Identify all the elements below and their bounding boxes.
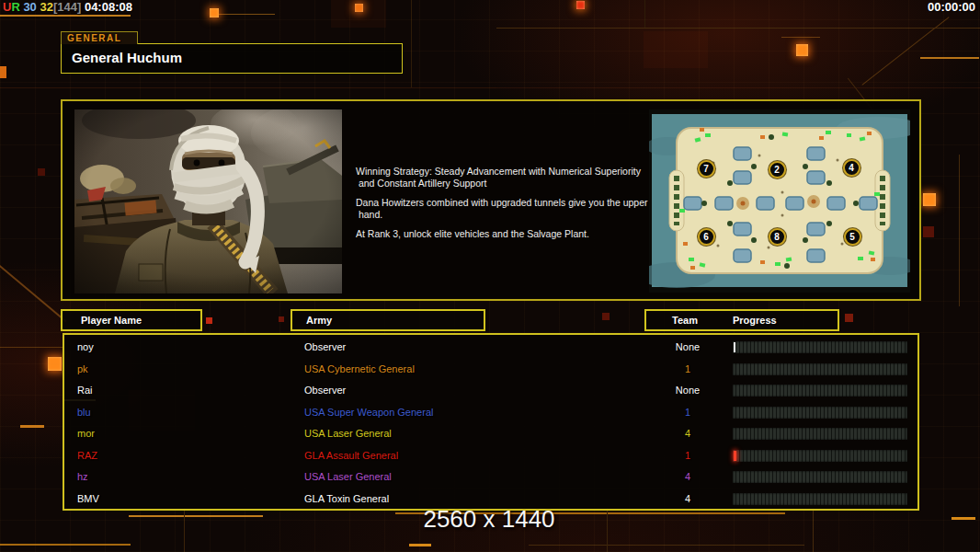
army-cell: GLA Assault General	[304, 445, 398, 467]
progress-bar	[733, 341, 907, 353]
resolution-label: 2560 x 1440	[379, 505, 599, 534]
circuit-line	[952, 517, 975, 520]
table-row: hzUSA Laser General4	[64, 466, 917, 489]
glow-square	[845, 314, 853, 322]
map-preview: 724685	[649, 109, 910, 293]
team-cell: None	[625, 337, 750, 359]
gentool-status-segment: R	[11, 0, 19, 14]
strategy-line: Dana Howitzers combined with upgraded tu…	[356, 197, 659, 209]
army-cell: USA Laser General	[304, 423, 392, 445]
circuit-line	[813, 508, 814, 552]
army-cell: USA Cybernetic General	[304, 359, 415, 381]
player-name-cell: noy	[77, 337, 94, 359]
circuit-line	[331, 0, 386, 28]
player-name-cell: mor	[77, 423, 95, 445]
team-cell: 4	[625, 466, 750, 489]
player-name-cell: hz	[77, 466, 88, 489]
progress-bar	[733, 471, 907, 483]
gentool-status: UR 30 32[144] 04:08:08	[3, 0, 132, 14]
circuit-line	[496, 28, 980, 29]
table-row: morUSA Laser General4	[64, 423, 917, 445]
player-table-body: noyObserverNonepkUSA Cybernetic General1…	[63, 333, 919, 511]
header-player-name-label: Player Name	[81, 315, 142, 326]
gentool-status-segment: U	[3, 0, 11, 14]
circuit-line	[0, 347, 64, 348]
glow-square	[38, 168, 45, 176]
general-info-panel: Winning Strategy: Steady Advancement wit…	[61, 99, 921, 301]
map-preview-image	[649, 109, 910, 293]
circuit-line	[0, 265, 67, 323]
header-team-label: Team	[672, 315, 698, 326]
progress-bar	[733, 450, 907, 462]
progress-bar	[733, 363, 907, 375]
gentool-status-segment: [144]	[53, 0, 81, 14]
progress-bar	[733, 407, 907, 419]
glow-square	[48, 357, 62, 371]
strategy-line: Winning Strategy: Steady Advancement wit…	[356, 166, 659, 178]
glow-square	[796, 44, 808, 56]
circuit-line	[0, 544, 131, 546]
circuit-line	[214, 14, 275, 15]
circuit-line	[607, 508, 608, 552]
start-position-number: 5	[849, 232, 855, 242]
team-cell: 1	[625, 445, 750, 467]
start-position-number: 4	[849, 163, 854, 173]
circuit-line	[644, 31, 708, 68]
table-row: noyObserverNone	[64, 337, 917, 359]
start-position-marker: 8	[769, 228, 786, 246]
progress-bar	[733, 493, 907, 505]
circuit-line	[0, 15, 131, 17]
strategy-line-spacer	[356, 221, 659, 228]
progress-bar	[733, 385, 907, 397]
glow-square	[279, 316, 284, 322]
army-cell: USA Super Weapon General	[304, 402, 433, 424]
circuit-line	[184, 508, 185, 552]
circuit-line	[0, 87, 496, 88]
circuit-line	[529, 545, 804, 546]
start-position-marker: 5	[844, 228, 861, 246]
player-name-cell: pk	[77, 359, 88, 381]
glow-square	[206, 317, 212, 324]
table-row: bluUSA Super Weapon General1	[64, 402, 917, 424]
player-name-cell: RAZ	[77, 445, 97, 467]
circuit-line	[496, 87, 980, 88]
strategy-text: Winning Strategy: Steady Advancement wit…	[356, 166, 659, 240]
army-cell: USA Laser General	[304, 466, 392, 489]
table-row: pkUSA Cybernetic General1	[64, 359, 917, 381]
glow-square	[923, 193, 936, 206]
general-name-box: General Huchum	[61, 43, 403, 74]
player-name-cell: Rai	[77, 380, 93, 402]
general-name: General Huchum	[72, 50, 402, 65]
start-position-marker: 6	[698, 228, 715, 246]
gentool-status-segment: 04:08:08	[81, 0, 132, 14]
circuit-line	[409, 544, 431, 546]
table-row: RAZGLA Assault General1	[64, 445, 917, 467]
strategy-line: At Rank 3, unlock elite vehicles and the…	[356, 228, 659, 240]
gentool-status-segment: 30	[20, 0, 37, 14]
progress-cursor	[734, 342, 735, 352]
team-cell: 4	[625, 489, 750, 511]
strategy-line: hand.	[356, 209, 659, 221]
start-position-number: 2	[774, 165, 780, 175]
circuit-line	[920, 57, 979, 59]
glow-square	[210, 8, 219, 17]
start-position-marker: 2	[769, 161, 786, 178]
glow-square	[923, 226, 934, 237]
circuit-line	[20, 425, 44, 428]
team-cell: 1	[625, 402, 750, 424]
player-name-cell: BMV	[77, 489, 99, 511]
team-cell: 1	[625, 359, 750, 381]
match-timer: 00:00:00	[928, 0, 975, 14]
table-row: RaiObserverNone	[64, 380, 917, 402]
glow-square	[602, 313, 610, 320]
header-army: Army	[291, 309, 485, 331]
circuit-line	[959, 155, 960, 306]
start-position-marker: 4	[843, 159, 860, 177]
progress-bar	[733, 428, 907, 440]
header-army-label: Army	[306, 315, 332, 326]
header-team-progress: Team Progress	[644, 309, 839, 331]
general-tab: GENERAL	[61, 31, 138, 44]
team-cell: 4	[625, 423, 750, 445]
start-position-marker: 7	[698, 160, 715, 178]
glow-square	[0, 66, 6, 78]
